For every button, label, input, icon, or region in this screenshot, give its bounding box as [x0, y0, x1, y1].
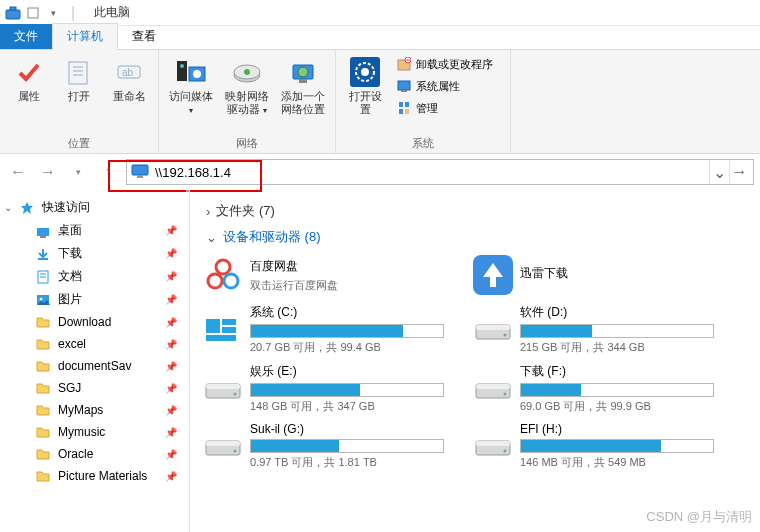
sidebar-item-label: MyMaps: [58, 403, 103, 417]
item-icon: [34, 358, 52, 374]
chevron-down-icon[interactable]: ⌄: [4, 202, 12, 213]
svg-rect-60: [206, 441, 240, 446]
svg-point-18: [298, 67, 308, 77]
item-icon: [34, 246, 52, 262]
devices-section[interactable]: ⌄ 设备和驱动器 (8): [200, 224, 750, 250]
svg-point-64: [504, 450, 507, 453]
drive-item[interactable]: EFI (H:)146 MB 可用，共 549 MB: [470, 418, 716, 474]
drive-item[interactable]: 下载 (F:)69.0 GB 可用，共 99.9 GB: [470, 359, 716, 418]
pin-icon: 📌: [165, 317, 185, 328]
tab-view[interactable]: 查看: [118, 24, 170, 49]
svg-rect-54: [206, 384, 240, 389]
drive-item[interactable]: 娱乐 (E:)148 GB 可用，共 347 GB: [200, 359, 446, 418]
chevron-right-icon: ›: [206, 204, 210, 219]
app-item[interactable]: 百度网盘双击运行百度网盘: [200, 250, 446, 300]
svg-point-52: [504, 333, 507, 336]
usage-bar: [520, 383, 714, 397]
uninstall-button[interactable]: 卸载或更改程序: [392, 54, 504, 74]
pin-icon: 📌: [165, 383, 185, 394]
recent-dropdown-icon[interactable]: ▾: [66, 160, 90, 184]
add-location-button[interactable]: 添加一个网络位置: [277, 54, 329, 134]
sidebar-item-label: Picture Materials: [58, 469, 147, 483]
rename-button[interactable]: ab 重命名: [106, 54, 152, 134]
svg-point-61: [234, 450, 237, 453]
properties-button[interactable]: 属性: [6, 54, 52, 134]
sidebar-item[interactable]: 桌面📌: [0, 219, 189, 242]
app-item[interactable]: 迅雷下载: [470, 250, 716, 300]
sidebar-item[interactable]: Picture Materials📌: [0, 465, 189, 487]
drive-item[interactable]: 系统 (C:)20.7 GB 可用，共 99.4 GB: [200, 300, 446, 359]
up-button[interactable]: ↑: [96, 160, 120, 184]
drive-icon: [472, 425, 514, 467]
usage-bar: [250, 439, 444, 453]
drive-name: 软件 (D:): [520, 304, 714, 321]
usage-bar: [520, 324, 714, 338]
content-pane: › 文件夹 (7) ⌄ 设备和驱动器 (8) 百度网盘双击运行百度网盘迅雷下载 …: [190, 190, 760, 532]
drive-item[interactable]: 软件 (D:)215 GB 可用，共 344 GB: [470, 300, 716, 359]
pin-icon: 📌: [165, 248, 185, 259]
usage-bar: [250, 383, 444, 397]
svg-rect-31: [132, 165, 148, 175]
qat-dropdown-icon[interactable]: ▾: [44, 4, 62, 22]
body: ⌄ 快速访问 桌面📌下载📌文档📌图片📌Download📌excel📌docume…: [0, 190, 760, 532]
forward-button[interactable]: →: [36, 160, 60, 184]
drive-icon: [472, 309, 514, 351]
quick-access[interactable]: ⌄ 快速访问: [0, 196, 189, 219]
sidebar-item[interactable]: excel📌: [0, 333, 189, 355]
pin-icon: 📌: [165, 471, 185, 482]
app-icon: [472, 254, 514, 296]
sidebar-item[interactable]: MyMaps📌: [0, 399, 189, 421]
system-props-button[interactable]: 系统属性: [392, 76, 504, 96]
sidebar-item[interactable]: documentSav📌: [0, 355, 189, 377]
go-button[interactable]: →: [729, 160, 749, 184]
svg-point-21: [361, 68, 369, 76]
item-icon: [34, 446, 52, 462]
folders-section[interactable]: › 文件夹 (7): [200, 198, 750, 224]
svg-rect-30: [405, 109, 409, 114]
pc-icon: [131, 164, 149, 180]
drive-item[interactable]: Suk-il (G:)0.97 TB 可用，共 1.81 TB: [200, 418, 446, 474]
sidebar-item[interactable]: 文档📌: [0, 265, 189, 288]
manage-button[interactable]: 管理: [392, 98, 504, 118]
access-media-button[interactable]: 访问媒体 ▾: [165, 54, 217, 134]
svg-point-58: [504, 392, 507, 395]
app-sub: 双击运行百度网盘: [250, 278, 444, 293]
svg-point-55: [234, 392, 237, 395]
sidebar-item[interactable]: Mymusic📌: [0, 421, 189, 443]
drive-icon: [202, 368, 244, 410]
item-icon: [34, 468, 52, 484]
svg-rect-49: [206, 335, 236, 341]
chevron-down-icon: ⌄: [206, 230, 217, 245]
svg-point-12: [193, 70, 201, 78]
svg-rect-0: [6, 10, 20, 19]
app-name: 百度网盘: [250, 258, 444, 275]
back-button[interactable]: ←: [6, 160, 30, 184]
sidebar-item[interactable]: 图片📌: [0, 288, 189, 311]
sidebar-item[interactable]: 下载📌: [0, 242, 189, 265]
tab-computer[interactable]: 计算机: [52, 23, 118, 50]
address-bar-row: ← → ▾ ↑ ⌄ →: [0, 154, 760, 190]
drive-name: EFI (H:): [520, 422, 714, 436]
item-icon: [34, 424, 52, 440]
app-icon: [4, 4, 22, 22]
group-location: 属性 打开 ab 重命名 位置: [0, 50, 159, 153]
sidebar-item[interactable]: SGJ📌: [0, 377, 189, 399]
svg-rect-3: [69, 62, 87, 84]
svg-rect-2: [28, 8, 38, 18]
sidebar-item-label: documentSav: [58, 359, 131, 373]
address-input[interactable]: [155, 165, 709, 180]
svg-rect-29: [399, 109, 403, 114]
sidebar-item[interactable]: Oracle📌: [0, 443, 189, 465]
open-button[interactable]: 打开: [56, 54, 102, 134]
tab-file[interactable]: 文件: [0, 24, 52, 49]
map-drive-button[interactable]: 映射网络驱动器 ▾: [221, 54, 273, 134]
item-icon: [34, 336, 52, 352]
address-bar[interactable]: ⌄ →: [126, 159, 754, 185]
pin-icon: 📌: [165, 271, 185, 282]
svg-rect-48: [222, 327, 236, 333]
item-icon: [34, 223, 52, 239]
address-dropdown-icon[interactable]: ⌄: [709, 160, 729, 184]
open-settings-button[interactable]: 打开设置: [342, 54, 388, 134]
sidebar-item[interactable]: Download📌: [0, 311, 189, 333]
qat-btn[interactable]: [24, 4, 42, 22]
